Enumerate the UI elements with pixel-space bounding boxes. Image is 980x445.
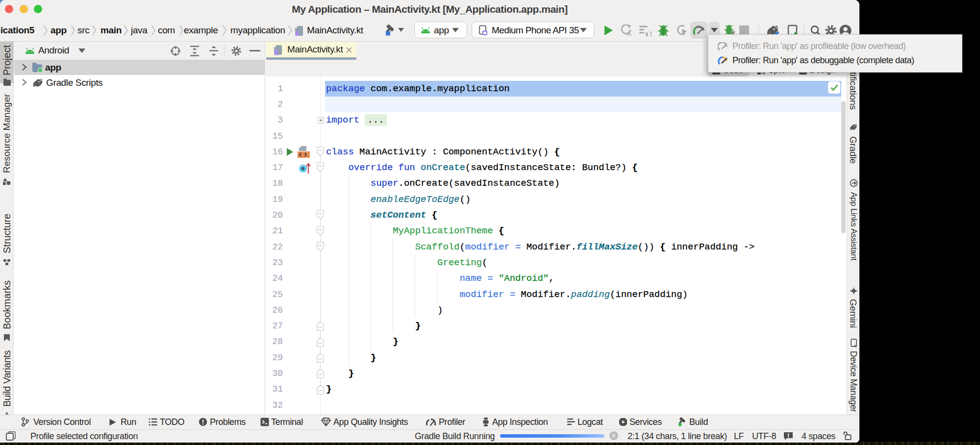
svg-text:A: A: [627, 30, 632, 36]
